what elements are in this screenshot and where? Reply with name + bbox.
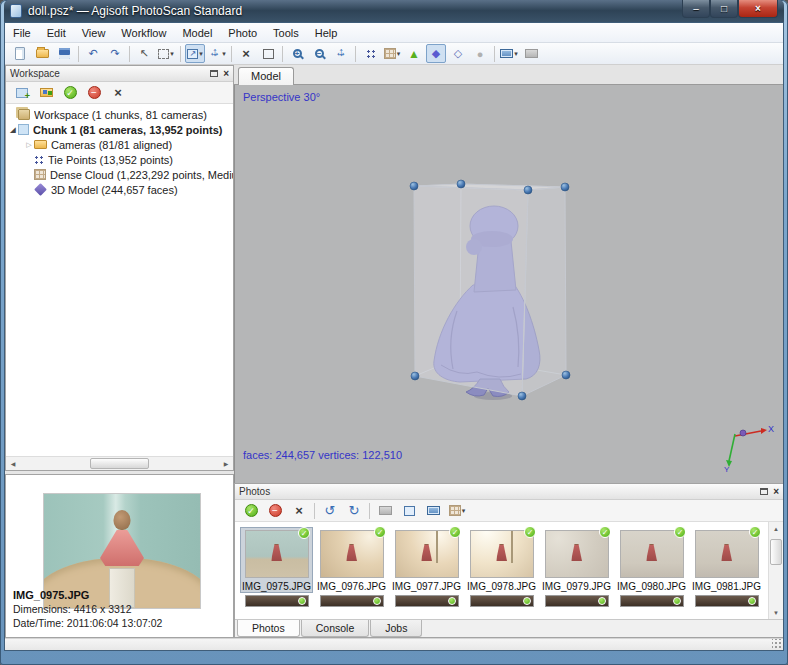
scroll-left-icon[interactable]: ◀: [6, 457, 20, 470]
zoom-in-button[interactable]: +: [287, 44, 307, 63]
open-photo-button[interactable]: [375, 501, 395, 520]
title-bar[interactable]: doll.psz* — Agisoft PhotoScan Standard –…: [4, 0, 784, 22]
zoom-out-button[interactable]: −: [309, 44, 329, 63]
show-cameras-button[interactable]: ▾: [499, 44, 519, 63]
close-panel-icon[interactable]: ×: [773, 488, 779, 496]
menu-view[interactable]: View: [74, 24, 114, 42]
show-dense-cloud-button[interactable]: ▾: [382, 44, 402, 63]
status-bar: [5, 638, 783, 650]
workspace-toolbar: ✓ − ×: [6, 82, 233, 104]
textured-model-icon: ●: [477, 48, 484, 60]
workspace-panel-title: Workspace: [10, 68, 210, 79]
photos-panel-title: Photos: [239, 486, 760, 497]
resize-region-button[interactable]: [258, 44, 278, 63]
new-page-icon: [15, 47, 25, 60]
add-photos-button[interactable]: [36, 83, 56, 102]
disable-photos-button[interactable]: −: [265, 501, 285, 520]
textured-view-button[interactable]: ●: [470, 44, 490, 63]
tree-item-3d-model[interactable]: 3D Model (244,657 faces): [8, 182, 233, 197]
photo-thumb-0981[interactable]: ✓ IMG_0981.JPG: [690, 527, 763, 593]
disable-minus-icon: −: [88, 86, 101, 99]
workspace-tree: Workspace (1 chunks, 81 cameras) ◢ Chunk…: [6, 104, 233, 456]
tree-item-tie-points[interactable]: Tie Points (13,952 points): [8, 152, 233, 167]
photo-thumb-0976[interactable]: ✓ IMG_0976.JPG: [315, 527, 388, 593]
float-panel-icon[interactable]: [760, 488, 768, 495]
maximize-button[interactable]: □: [710, 0, 738, 18]
minimize-button[interactable]: –: [682, 0, 710, 18]
move-object-button[interactable]: ↔↕ ▾: [207, 44, 227, 63]
save-project-button[interactable]: [54, 44, 74, 63]
scroll-up-icon[interactable]: ▲: [769, 522, 783, 535]
delete-selection-button[interactable]: ×: [236, 44, 256, 63]
tab-photos[interactable]: Photos: [237, 620, 300, 637]
disable-button[interactable]: −: [84, 83, 104, 102]
remove-button[interactable]: ×: [108, 83, 128, 102]
float-panel-icon[interactable]: [210, 70, 218, 77]
details-view-button[interactable]: ▾: [447, 501, 467, 520]
resize-region-icon: [263, 49, 274, 59]
menu-help[interactable]: Help: [307, 24, 346, 42]
workspace-hscrollbar[interactable]: ◀ ▶: [6, 456, 233, 470]
model-viewport[interactable]: Perspective 30° faces: 244,657 vertices:…: [234, 85, 783, 483]
photo-thumb-0977[interactable]: ✓ IMG_0977.JPG: [390, 527, 463, 593]
add-chunk-button[interactable]: [12, 83, 32, 102]
show-tie-points-button[interactable]: [360, 44, 380, 63]
new-project-button[interactable]: [10, 44, 30, 63]
open-project-button[interactable]: [32, 44, 52, 63]
rectangle-selection-button[interactable]: ▾: [156, 44, 176, 63]
dropdown-icon: ▾: [462, 507, 466, 515]
binoculars-icon: [379, 506, 392, 515]
menu-tools[interactable]: Tools: [265, 24, 307, 42]
menu-photo[interactable]: Photo: [220, 24, 265, 42]
collapsed-icon[interactable]: ▷: [24, 141, 34, 149]
vscroll-thumb[interactable]: [770, 539, 782, 565]
menu-model[interactable]: Model: [174, 24, 220, 42]
mesh-stats-label: faces: 244,657 vertices: 122,510: [243, 449, 402, 461]
resize-grip[interactable]: [772, 639, 782, 649]
tree-item-chunk[interactable]: ◢ Chunk 1 (81 cameras, 13,952 points): [8, 122, 233, 137]
photo-thumb-0978[interactable]: ✓ IMG_0978.JPG: [465, 527, 538, 593]
photo-thumb-0979[interactable]: ✓ IMG_0979.JPG: [540, 527, 613, 593]
scroll-right-icon[interactable]: ▶: [219, 457, 233, 470]
expanded-icon[interactable]: ◢: [8, 126, 18, 134]
tree-item-cameras[interactable]: ▷ Cameras (81/81 aligned): [8, 137, 233, 152]
tree-item-dense-cloud[interactable]: Dense Cloud (1,223,292 points, Mediu: [8, 167, 233, 182]
wireframe-view-button[interactable]: ◇: [448, 44, 468, 63]
tab-model[interactable]: Model: [238, 67, 294, 85]
redo-button[interactable]: ↷: [105, 44, 125, 63]
rotate-right-button[interactable]: ↻: [344, 501, 364, 520]
thumbnail-image: [620, 530, 684, 578]
view-mode-button[interactable]: [399, 501, 419, 520]
show-masks-thumbs-button[interactable]: [423, 501, 443, 520]
enable-photos-button[interactable]: ✓: [241, 501, 261, 520]
left-dock: Workspace × ✓ − ×: [5, 65, 234, 638]
scroll-down-icon[interactable]: ▼: [769, 606, 783, 619]
enabled-check-badge: ✓: [298, 527, 310, 539]
rotate-left-icon: ↺: [325, 503, 336, 518]
solid-view-button[interactable]: ◆: [426, 44, 446, 63]
wireframe-model-icon: ◇: [454, 47, 462, 60]
navigation-button[interactable]: ↗▾: [185, 44, 205, 63]
selection-arrow-button[interactable]: ↖: [134, 44, 154, 63]
photos-vscrollbar[interactable]: ▲ ▼: [768, 522, 783, 619]
rotate-left-button[interactable]: ↺: [320, 501, 340, 520]
close-panel-icon[interactable]: ×: [223, 70, 229, 78]
hscroll-thumb[interactable]: [90, 458, 150, 469]
shaded-view-button[interactable]: ▲: [404, 44, 424, 63]
menu-file[interactable]: File: [5, 24, 39, 42]
tab-jobs[interactable]: Jobs: [370, 620, 422, 637]
menu-workflow[interactable]: Workflow: [113, 24, 174, 42]
undo-button[interactable]: ↶: [83, 44, 103, 63]
show-masks-button[interactable]: [521, 44, 541, 63]
enable-button[interactable]: ✓: [60, 83, 80, 102]
close-button[interactable]: ×: [738, 0, 778, 18]
remove-photos-button[interactable]: ×: [289, 501, 309, 520]
tree-item-workspace[interactable]: Workspace (1 chunks, 81 cameras): [8, 107, 233, 122]
photo-thumb-0980[interactable]: ✓ IMG_0980.JPG: [615, 527, 688, 593]
axis-gizmo: X Y: [721, 423, 775, 473]
reset-view-button[interactable]: ↔↕: [331, 44, 351, 63]
menu-edit[interactable]: Edit: [39, 24, 74, 42]
photo-thumb-0975[interactable]: ✓ IMG_0975.JPG: [240, 527, 313, 593]
workspace-panel-header: Workspace ×: [6, 66, 233, 82]
tab-console[interactable]: Console: [301, 620, 370, 637]
